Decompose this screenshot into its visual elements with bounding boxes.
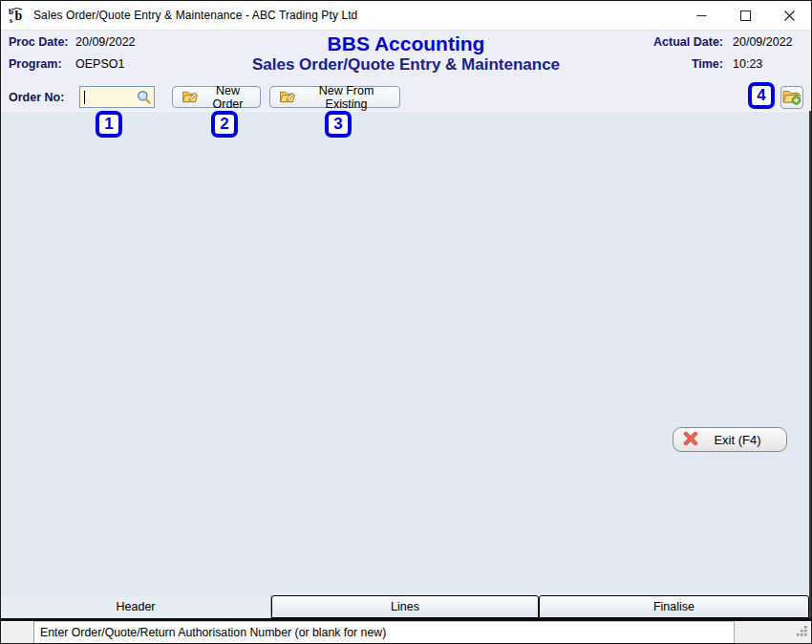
svg-text:b: b xyxy=(9,7,13,16)
order-no-label: Order No: xyxy=(9,91,64,104)
tab-header-label: Header xyxy=(117,600,156,613)
annotation-badge-1: 1 xyxy=(96,111,122,138)
actual-date-label: Actual Date: xyxy=(653,35,723,49)
title-bar: b s b Sales Order/Quote Entry & Maintena… xyxy=(1,1,811,31)
exit-button[interactable]: Exit (F4) xyxy=(673,427,787,452)
window-title: Sales Order/Quote Entry & Maintenance - … xyxy=(33,9,357,22)
tab-finalise[interactable]: Finalise xyxy=(539,595,809,618)
header-panel: Proc Date: 20/09/2022 Program: OEPSO1 BB… xyxy=(1,31,811,84)
time-label: Time: xyxy=(653,57,723,71)
annotation-badge-2: 2 xyxy=(211,111,238,138)
window-controls xyxy=(679,1,811,30)
close-button[interactable] xyxy=(767,1,811,30)
toolbar: Order No: New Order xyxy=(1,84,811,111)
bottom-tabs: Header Lines Finalise xyxy=(1,595,809,618)
order-no-field xyxy=(79,86,155,108)
new-order-button[interactable]: New Order xyxy=(172,86,261,108)
content-area: Exit (F4) xyxy=(1,111,809,595)
red-cross-icon xyxy=(683,431,698,449)
new-from-existing-label: New From Existing xyxy=(302,84,391,111)
maximize-button[interactable] xyxy=(723,1,767,30)
folder-edit-icon xyxy=(182,89,199,106)
tab-header[interactable]: Header xyxy=(1,595,271,618)
time-value: 10:23 xyxy=(733,57,801,71)
actual-date-value: 20/09/2022 xyxy=(733,35,801,49)
annotation-badge-4: 4 xyxy=(748,82,775,109)
folder-edit-icon xyxy=(279,89,296,106)
folder-plus-icon xyxy=(782,88,801,108)
app-window: b s b Sales Order/Quote Entry & Maintena… xyxy=(0,0,812,644)
svg-text:b: b xyxy=(15,9,23,23)
status-bar-left-cell xyxy=(1,621,34,643)
header-right-block: Actual Date: 20/09/2022 Time: 10:23 xyxy=(653,35,801,71)
resize-grip-icon[interactable] xyxy=(795,624,808,641)
exit-button-label: Exit (F4) xyxy=(698,433,777,447)
status-message: Enter Order/Quote/Return Authorisation N… xyxy=(34,621,735,643)
main-panel: Exit (F4) Header Lines Finalise xyxy=(1,111,811,618)
annotation-badge-3: 3 xyxy=(325,111,352,138)
bbs-logo-icon: b s b xyxy=(9,7,26,24)
maximize-icon xyxy=(740,11,751,21)
open-existing-button[interactable] xyxy=(780,86,803,109)
tab-lines[interactable]: Lines xyxy=(271,595,539,618)
close-icon xyxy=(784,11,795,21)
status-bar: Enter Order/Quote/Return Authorisation N… xyxy=(1,621,811,643)
minimize-button[interactable] xyxy=(679,1,723,30)
status-bar-right-cell xyxy=(735,621,811,643)
order-no-input[interactable] xyxy=(80,91,137,104)
minimize-icon xyxy=(696,11,707,21)
tab-finalise-label: Finalise xyxy=(653,600,694,613)
svg-text:s: s xyxy=(10,16,12,24)
new-from-existing-button[interactable]: New From Existing xyxy=(269,86,400,108)
magnifier-icon[interactable] xyxy=(137,90,152,105)
text-caret xyxy=(84,91,85,104)
new-order-label: New Order xyxy=(204,84,251,111)
tab-lines-label: Lines xyxy=(391,600,419,613)
